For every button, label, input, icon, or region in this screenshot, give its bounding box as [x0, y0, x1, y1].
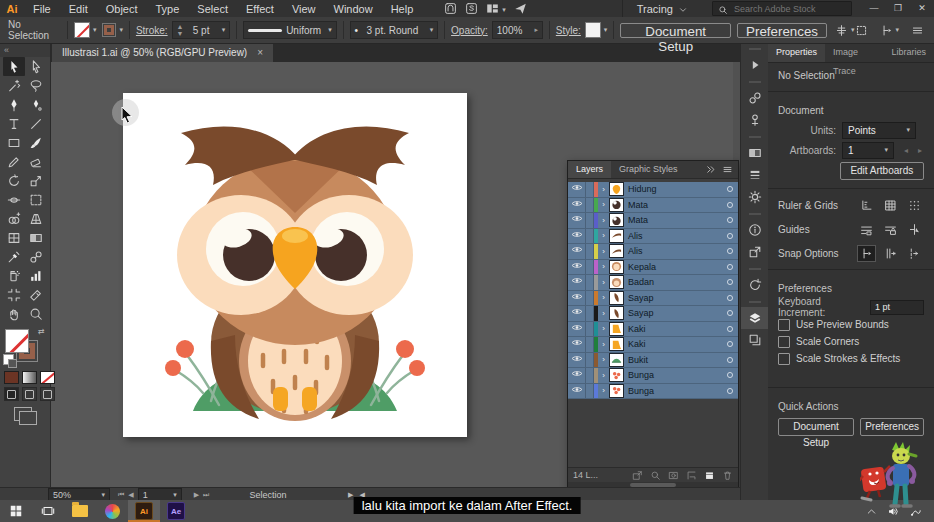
visibility-toggle[interactable] [568, 292, 585, 304]
tool-scale[interactable] [25, 171, 47, 190]
units-dropdown[interactable]: Points▾ [842, 122, 916, 139]
dock-layers-button[interactable] [741, 307, 769, 329]
tool-width[interactable] [3, 190, 25, 209]
layer-row-alis[interactable]: ›Alis [568, 229, 738, 245]
checkbox-scale-corners[interactable]: Scale Corners [768, 333, 934, 350]
visibility-toggle[interactable] [568, 183, 585, 195]
tool-gradient[interactable] [25, 228, 47, 247]
visibility-toggle[interactable] [568, 354, 585, 366]
workspace-switcher[interactable]: Tracing [622, 0, 702, 17]
layer-target-icon[interactable] [722, 385, 738, 397]
lock-toggle[interactable] [585, 182, 594, 197]
grid-button[interactable] [881, 197, 900, 214]
expand-layer-icon[interactable]: › [598, 262, 609, 271]
checkbox-use-preview-bounds[interactable]: Use Preview Bounds [768, 316, 934, 333]
lock-toggle[interactable] [585, 198, 594, 213]
menu-edit[interactable]: Edit [60, 3, 97, 15]
layer-name[interactable]: Badan [628, 277, 722, 287]
expand-layer-icon[interactable]: › [598, 340, 609, 349]
new-layer-button[interactable] [704, 469, 715, 480]
layer-name[interactable]: Kepala [628, 262, 722, 272]
layer-thumbnail[interactable] [609, 260, 624, 274]
dock-gradient-button[interactable] [741, 142, 769, 164]
visibility-toggle[interactable] [568, 230, 585, 242]
expand-layer-icon[interactable]: › [598, 371, 609, 380]
tool-shaper[interactable] [3, 152, 25, 171]
edit-artboards-button[interactable]: Edit Artboards [840, 162, 924, 180]
menu-effect[interactable]: Effect [237, 3, 283, 15]
layer-target-icon[interactable] [722, 261, 738, 273]
menu-type[interactable]: Type [147, 3, 189, 15]
layer-name[interactable]: Alis [628, 246, 722, 256]
dock-history-button[interactable] [741, 274, 769, 296]
swap-fill-stroke-icon[interactable]: ⇄ [38, 327, 45, 336]
fill-swatch[interactable]: ▾ [74, 22, 97, 38]
panel-menu-icon[interactable] [911, 24, 924, 37]
adobe-stock-search[interactable] [712, 1, 852, 16]
layer-thumbnail[interactable] [609, 384, 624, 398]
menu-select[interactable]: Select [188, 3, 237, 15]
layer-thumbnail[interactable] [609, 353, 624, 367]
none-button[interactable] [40, 371, 55, 384]
tool-perspective-grid[interactable] [25, 209, 47, 228]
tool-slice[interactable] [25, 285, 47, 304]
draw-normal-button[interactable] [4, 387, 19, 401]
tool-free-transform[interactable] [25, 190, 47, 209]
layer-target-icon[interactable] [722, 214, 738, 226]
qa-preferences-button[interactable]: Preferences [860, 418, 924, 436]
tab-graphic-styles[interactable]: Graphic Styles [611, 161, 686, 178]
lock-toggle[interactable] [585, 244, 594, 259]
layer-thumbnail[interactable] [609, 275, 624, 289]
arrange-documents-button[interactable]: ▾ [486, 2, 506, 16]
dock-appearance-button[interactable] [741, 186, 769, 208]
lock-toggle[interactable] [585, 353, 594, 368]
layer-target-icon[interactable] [722, 245, 738, 257]
stroke-weight-field[interactable]: ▲▼ 5 pt ▾ [172, 21, 231, 39]
dock-link-button[interactable] [741, 87, 769, 109]
lock-guides-button[interactable] [881, 221, 900, 238]
panel-menu-icon[interactable] [722, 164, 733, 175]
document-setup-button[interactable]: Document Setup [620, 23, 731, 38]
layer-row-kaki[interactable]: ›Kaki [568, 322, 738, 338]
tool-paintbrush[interactable] [25, 133, 47, 152]
layer-target-icon[interactable] [722, 323, 738, 335]
expand-layer-icon[interactable]: › [598, 247, 609, 256]
stroke-weight-label[interactable]: Stroke: [136, 25, 168, 36]
layer-thumbnail[interactable] [609, 322, 624, 336]
expand-layer-icon[interactable]: › [598, 278, 609, 287]
layer-thumbnail[interactable] [609, 337, 624, 351]
taskbar-file-explorer[interactable] [64, 500, 96, 522]
lock-toggle[interactable] [585, 275, 594, 290]
menu-window[interactable]: Window [325, 3, 382, 15]
lock-toggle[interactable] [585, 322, 594, 337]
tool-rotate[interactable] [3, 171, 25, 190]
collect-export-button[interactable] [632, 469, 643, 480]
first-artboard-icon[interactable]: ⏮ [118, 491, 124, 499]
layer-row-mata[interactable]: ›Mata [568, 213, 738, 229]
layer-thumbnail[interactable] [609, 244, 624, 258]
gradient-button[interactable] [22, 371, 37, 384]
snap-pixel-button[interactable] [905, 245, 924, 262]
restore-button[interactable]: ❐ [886, 0, 910, 17]
dock-play-button[interactable] [741, 54, 769, 76]
default-fill-stroke-icon[interactable] [3, 354, 14, 365]
layer-name[interactable]: Bunga [628, 386, 722, 396]
expand-layer-icon[interactable]: › [598, 386, 609, 395]
tool-zoom[interactable] [25, 304, 47, 323]
layer-name[interactable]: Mata [628, 200, 722, 210]
dock-export-button[interactable] [741, 241, 769, 263]
visibility-toggle[interactable] [568, 245, 585, 257]
tool-curvature[interactable] [25, 95, 47, 114]
snap-grid-button[interactable] [881, 245, 900, 262]
layer-thumbnail[interactable] [609, 182, 624, 196]
taskbar-start[interactable] [0, 500, 32, 522]
brush-dropdown[interactable]: • 3 pt. Round ▾ [350, 21, 439, 39]
next-artboard-icon[interactable]: ▸ [918, 146, 922, 155]
pixel-grid-button[interactable] [905, 197, 924, 214]
layer-thumbnail[interactable] [609, 213, 624, 227]
layer-name[interactable]: Sayap [628, 293, 722, 303]
layer-target-icon[interactable] [722, 230, 738, 242]
layer-thumbnail[interactable] [609, 306, 624, 320]
visibility-toggle[interactable] [568, 261, 585, 273]
close-tab-icon[interactable]: × [257, 47, 263, 58]
